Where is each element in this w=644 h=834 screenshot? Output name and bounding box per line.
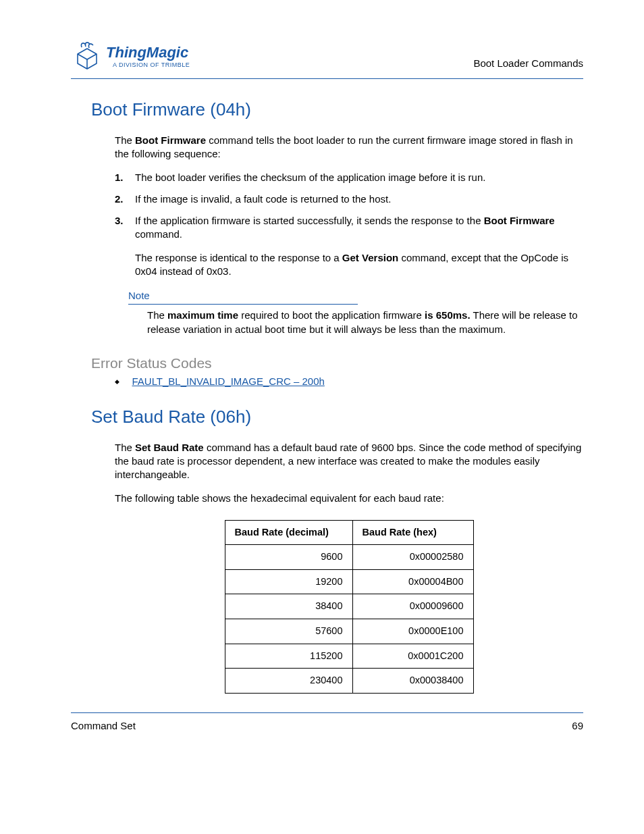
table-row: 2304000x00038400 bbox=[225, 669, 473, 694]
col-header-decimal: Baud Rate (decimal) bbox=[225, 520, 352, 545]
section-title-boot-firmware: Boot Firmware (04h) bbox=[91, 99, 583, 120]
logo: ThingMagic A DIVISION OF TRIMBLE bbox=[71, 41, 190, 73]
table-row: 576000x0000E100 bbox=[225, 619, 473, 644]
table-row: 192000x00004B00 bbox=[225, 569, 473, 594]
note-body: The maximum time required to boot the ap… bbox=[147, 309, 583, 336]
baud-table-intro: The following table shows the hexadecima… bbox=[115, 492, 583, 505]
note-block: Note The maximum time required to boot t… bbox=[128, 289, 583, 336]
step-3: 3. If the application firmware is starte… bbox=[115, 214, 583, 278]
brand-name: ThingMagic bbox=[106, 45, 190, 60]
table-row: 1152000x0001C200 bbox=[225, 644, 473, 669]
error-status-heading: Error Status Codes bbox=[91, 355, 583, 371]
response-note: The response is identical to the respons… bbox=[135, 251, 583, 279]
table-row: 96000x00002580 bbox=[225, 545, 473, 570]
col-header-hex: Baud Rate (hex) bbox=[352, 520, 473, 545]
baud-rate-table: Baud Rate (decimal) Baud Rate (hex) 9600… bbox=[225, 520, 474, 694]
footer-left: Command Set bbox=[71, 720, 136, 731]
page-number: 69 bbox=[572, 720, 583, 731]
section-title-set-baud: Set Baud Rate (06h) bbox=[91, 407, 583, 427]
cube-icon bbox=[71, 41, 103, 73]
boot-intro: The Boot Firmware command tells the boot… bbox=[115, 134, 583, 161]
step-1: 1. The boot loader verifies the checksum… bbox=[115, 171, 583, 184]
step-2: 2. If the image is invalid, a fault code… bbox=[115, 192, 583, 206]
error-link[interactable]: FAULT_BL_INVALID_IMAGE_CRC – 200h bbox=[132, 375, 324, 387]
table-row: 384000x00009600 bbox=[225, 594, 473, 619]
brand-tagline: A DIVISION OF TRIMBLE bbox=[113, 61, 190, 68]
footer-divider bbox=[71, 712, 583, 713]
note-label: Note bbox=[128, 289, 583, 303]
error-list-item: FAULT_BL_INVALID_IMAGE_CRC – 200h bbox=[115, 375, 583, 388]
header-section-title: Boot Loader Commands bbox=[473, 57, 583, 73]
baud-intro: The Set Baud Rate command has a default … bbox=[115, 441, 583, 482]
note-divider bbox=[128, 304, 358, 305]
header-divider bbox=[71, 78, 583, 79]
